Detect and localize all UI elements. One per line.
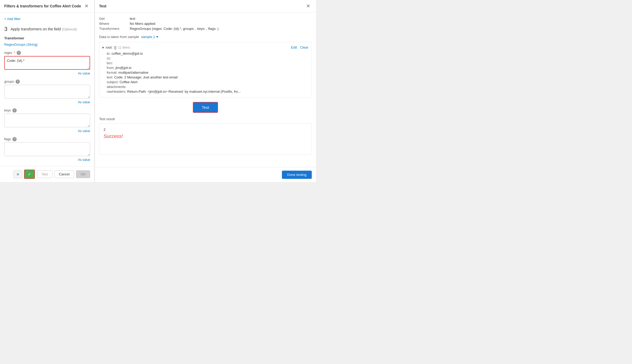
- confirm-button[interactable]: ✓: [24, 170, 35, 179]
- data-tree: root: {} 11 items Edit Clear to: coffee_…: [99, 42, 312, 98]
- groups-field-group: groups ? As value: [4, 80, 90, 104]
- transformers-key: Transformers: [99, 27, 126, 31]
- done-testing-button[interactable]: Done testing: [282, 171, 312, 179]
- where-value: No filters applied: [130, 22, 155, 26]
- right-panel-body: Get text Where No filters applied Transf…: [95, 12, 316, 167]
- section-optional: (Optional): [62, 27, 77, 31]
- tree-edit-link[interactable]: Edit: [291, 45, 297, 49]
- tree-root-label: root:: [106, 45, 113, 49]
- list-item: to: coffee_demo@jpit.io: [107, 52, 308, 55]
- info-row-transformers: Transformers RegexGroups (regex: Code: (…: [99, 27, 312, 31]
- left-panel-header: Filters & transformers for Coffee Alert …: [0, 0, 94, 12]
- flags-input[interactable]: [4, 142, 90, 156]
- flags-field-group: flags ? As value: [4, 137, 90, 162]
- test-result-success: Success!: [104, 134, 307, 139]
- groups-as-value[interactable]: As value: [4, 100, 90, 104]
- list-item: rawHeaders: Return-Path: <jim@jpit.io> R…: [107, 90, 308, 94]
- save-action-area: ✕ ✓: [13, 170, 35, 179]
- data-source-label: Data is taken from sample: [99, 35, 139, 39]
- left-panel-title: Filters & transformers for Coffee Alert …: [4, 4, 81, 8]
- tree-header: root: {} 11 items Edit Clear: [103, 45, 308, 49]
- tree-root: root: {} 11 items: [103, 45, 130, 49]
- list-item: text: Code: 2 Message: Just another test…: [107, 75, 308, 79]
- transformer-type-link[interactable]: RegexGroups (String): [4, 43, 38, 46]
- get-value: text: [130, 17, 135, 21]
- regex-help-icon[interactable]: ?: [17, 51, 21, 55]
- flags-help-icon[interactable]: ?: [12, 137, 17, 141]
- keys-input[interactable]: [4, 114, 90, 127]
- right-panel-header: Test ✕: [95, 0, 316, 12]
- section-title: Apply transformers on the field (Optiona…: [11, 27, 77, 31]
- regex-label: regex * ?: [4, 51, 90, 55]
- test-result-box: 2 Success!: [99, 123, 312, 155]
- right-panel: Test ✕ Get text Where No filters applied…: [95, 0, 316, 182]
- test-button-right[interactable]: Test: [193, 102, 218, 113]
- right-panel-title: Test: [99, 4, 106, 8]
- regex-as-value[interactable]: As value: [4, 72, 90, 75]
- left-panel: Filters & transformers for Coffee Alert …: [0, 0, 95, 182]
- list-item: bcc:: [107, 61, 308, 65]
- transformers-value: RegexGroups (regex: Code: (\d).*, groups…: [130, 27, 219, 31]
- regex-field-group: regex * ? Code: (\d).* As value: [4, 51, 90, 75]
- section-header: 3 Apply transformers on the field (Optio…: [4, 26, 90, 32]
- tree-items: to: coffee_demo@jpit.io cc: bcc: from: j…: [103, 52, 308, 94]
- tree-root-type: {}: [114, 45, 117, 49]
- left-panel-footer: ✕ ✓ Test Cancel OK: [0, 166, 94, 182]
- tree-count: 11 items: [118, 46, 130, 49]
- groups-input[interactable]: [4, 85, 90, 99]
- info-row-where: Where No filters applied: [99, 22, 312, 26]
- add-filter-link[interactable]: + Add filter: [4, 17, 21, 21]
- regex-input[interactable]: Code: (\d).*: [4, 56, 90, 70]
- list-item: cc:: [107, 56, 308, 60]
- cancel-button[interactable]: Cancel: [54, 170, 74, 178]
- groups-help-icon[interactable]: ?: [16, 80, 20, 84]
- list-item: format: multipart/alternative: [107, 71, 308, 74]
- info-row-get: Get text: [99, 17, 312, 21]
- list-item: subject: Coffee Alert: [107, 80, 308, 84]
- flags-label: flags ?: [4, 137, 90, 141]
- ok-button: OK: [76, 170, 90, 178]
- get-key: Get: [99, 17, 126, 21]
- chevron-down-icon: [156, 36, 158, 38]
- tree-actions: Edit Clear: [291, 45, 308, 49]
- keys-field-group: keys ? As value: [4, 108, 90, 133]
- info-table: Get text Where No filters applied Transf…: [99, 17, 312, 31]
- test-button-left: Test: [37, 170, 52, 178]
- left-panel-body: + Add filter 3 Apply transformers on the…: [0, 12, 94, 166]
- test-btn-container: Test: [99, 102, 312, 113]
- where-key: Where: [99, 22, 126, 26]
- list-item: attachments:: [107, 85, 308, 89]
- discard-button[interactable]: ✕: [13, 170, 22, 178]
- groups-label: groups ?: [4, 80, 90, 84]
- test-result-number: 2: [104, 128, 307, 132]
- transformer-label: Transformer: [4, 36, 90, 40]
- section-number: 3: [4, 26, 7, 32]
- right-panel-footer: Done testing: [95, 167, 316, 182]
- keys-as-value[interactable]: As value: [4, 129, 90, 133]
- test-result-label: Test result: [99, 117, 312, 121]
- flags-as-value[interactable]: As value: [4, 158, 90, 162]
- left-close-button[interactable]: ✕: [83, 3, 90, 9]
- right-close-button[interactable]: ✕: [305, 3, 312, 9]
- data-source-row: Data is taken from sample sample 1: [99, 35, 312, 39]
- keys-label: keys ?: [4, 108, 90, 113]
- sample-name: sample 1: [141, 35, 155, 39]
- tree-clear-link[interactable]: Clear: [300, 45, 308, 49]
- required-star: *: [14, 51, 15, 55]
- tree-toggle-icon[interactable]: [103, 46, 104, 49]
- sample-dropdown[interactable]: sample 1: [141, 35, 158, 39]
- keys-help-icon[interactable]: ?: [12, 108, 17, 113]
- list-item: from: jim@jpit.io: [107, 66, 308, 70]
